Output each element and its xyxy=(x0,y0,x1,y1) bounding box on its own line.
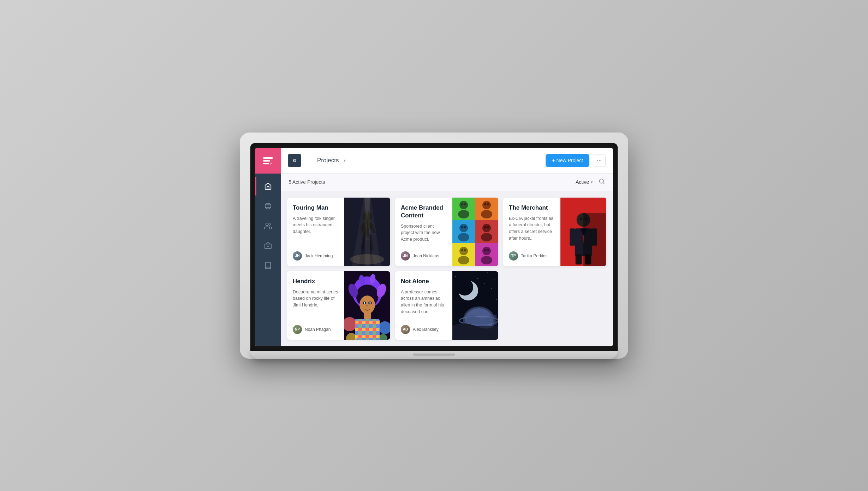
project-title: Hendrix xyxy=(293,277,339,285)
sidebar-item-users[interactable] xyxy=(255,217,281,235)
svg-point-43 xyxy=(459,247,468,255)
project-description: Ex-CIA jackal fronts as a funeral direct… xyxy=(509,215,555,246)
project-title: The Merchant xyxy=(509,204,555,212)
project-card-info: Not Alone A professor comes across an am… xyxy=(395,271,452,340)
svg-point-99 xyxy=(456,279,473,296)
author-name: Tarika Perkins xyxy=(521,253,547,258)
svg-point-34 xyxy=(458,233,469,241)
page-title: Projects xyxy=(317,157,339,164)
svg-point-38 xyxy=(482,224,491,232)
new-project-button[interactable]: + New Project xyxy=(546,154,589,167)
project-card-info: Touring Man A traveling folk singer meet… xyxy=(287,198,344,266)
svg-point-30 xyxy=(484,203,486,205)
projects-count-label: 5 Active Projects xyxy=(289,179,325,185)
author-avatar: AB xyxy=(401,325,410,334)
project-image-touring-man xyxy=(344,198,390,266)
brand-logo: G xyxy=(288,154,301,167)
sidebar-navigation xyxy=(255,174,281,275)
svg-point-51 xyxy=(487,249,489,251)
author-name: Alex Banksey xyxy=(413,327,439,332)
author-name: Jack Hemming xyxy=(305,253,333,258)
author-name: Noah Phagan xyxy=(305,327,331,332)
svg-point-93 xyxy=(484,283,484,284)
svg-point-49 xyxy=(481,256,492,264)
projects-grid: Touring Man A traveling folk singer meet… xyxy=(281,191,613,346)
project-description: Sponsored client project with the new Ac… xyxy=(401,223,447,246)
svg-point-88 xyxy=(477,277,477,278)
svg-point-89 xyxy=(487,273,488,273)
project-card-info: The Merchant Ex-CIA jackal fronts as a f… xyxy=(503,198,560,266)
more-options-button[interactable]: ··· xyxy=(593,154,606,167)
svg-point-35 xyxy=(461,226,463,228)
svg-point-41 xyxy=(487,226,489,228)
sidebar xyxy=(255,148,281,346)
svg-point-44 xyxy=(458,256,469,264)
project-card-hendrix[interactable]: Hendrix Docudrama mini-series based on r… xyxy=(287,271,390,340)
svg-point-50 xyxy=(484,249,486,251)
project-card-info: Hendrix Docudrama mini-series based on r… xyxy=(287,271,344,340)
svg-point-46 xyxy=(464,249,466,251)
svg-rect-1 xyxy=(263,160,270,162)
svg-rect-0 xyxy=(263,157,273,159)
project-author: JN Joan Nicklaus xyxy=(401,251,447,261)
sidebar-item-book[interactable] xyxy=(255,256,281,275)
svg-point-29 xyxy=(481,210,492,218)
svg-point-96 xyxy=(454,303,454,303)
svg-point-86 xyxy=(456,276,456,277)
author-avatar: NP xyxy=(293,325,302,334)
sidebar-logo[interactable] xyxy=(255,148,281,174)
sidebar-item-home[interactable] xyxy=(255,177,281,195)
status-filter[interactable]: Active ▾ xyxy=(576,179,593,185)
header-brand: G Projects ▾ xyxy=(288,154,346,167)
svg-point-90 xyxy=(494,280,495,280)
svg-rect-61 xyxy=(583,213,606,266)
svg-point-59 xyxy=(580,218,582,220)
svg-point-33 xyxy=(459,224,468,232)
filter-label: Active xyxy=(576,179,589,185)
filter-chevron-icon: ▾ xyxy=(591,180,593,185)
project-author: NP Noah Phagan xyxy=(293,325,339,334)
header-separator xyxy=(309,156,309,165)
project-image-not-alone xyxy=(452,271,498,340)
project-title: Acme Branded Content xyxy=(401,204,447,220)
svg-point-26 xyxy=(464,203,466,205)
svg-point-72 xyxy=(364,302,365,304)
svg-point-97 xyxy=(496,299,497,299)
project-title: Not Alone xyxy=(401,277,447,285)
svg-point-48 xyxy=(482,247,491,255)
project-description: A traveling folk singer meets his estran… xyxy=(293,215,339,246)
svg-point-31 xyxy=(487,203,489,205)
header: G Projects ▾ + New Project ··· xyxy=(281,148,613,174)
author-avatar: JH xyxy=(293,251,302,261)
search-button[interactable] xyxy=(599,178,605,186)
svg-rect-57 xyxy=(576,254,582,264)
svg-point-87 xyxy=(466,274,467,274)
subheader: 5 Active Projects Active ▾ xyxy=(281,174,613,191)
laptop-notch xyxy=(413,353,455,356)
svg-point-23 xyxy=(459,201,468,209)
project-card-not-alone[interactable]: Not Alone A professor comes across an am… xyxy=(395,271,498,340)
svg-point-36 xyxy=(464,226,466,228)
svg-point-5 xyxy=(266,223,268,225)
project-description: Docudrama mini-series based on rocky lif… xyxy=(293,289,339,320)
sidebar-item-grid[interactable] xyxy=(255,197,281,215)
svg-rect-76 xyxy=(355,319,380,340)
svg-point-40 xyxy=(484,226,486,228)
author-avatar: JN xyxy=(401,251,410,261)
sidebar-item-vip[interactable] xyxy=(255,236,281,255)
author-name: Joan Nicklaus xyxy=(413,253,439,258)
main-content: G Projects ▾ + New Project ··· 5 Active … xyxy=(281,148,613,346)
project-card-merchant[interactable]: The Merchant Ex-CIA jackal fronts as a f… xyxy=(503,198,606,266)
svg-point-45 xyxy=(461,249,463,251)
title-chevron-icon: ▾ xyxy=(344,158,346,163)
project-title: Touring Man xyxy=(293,204,339,212)
project-card-touring-man[interactable]: Touring Man A traveling folk singer meet… xyxy=(287,198,390,266)
project-author: TP Tarika Perkins xyxy=(509,251,555,261)
project-description: A professor comes across an amnesiac ali… xyxy=(401,289,447,320)
svg-line-10 xyxy=(603,182,604,183)
project-image-acme xyxy=(452,198,498,266)
project-image-hendrix xyxy=(344,271,390,340)
svg-rect-55 xyxy=(570,228,575,246)
svg-point-94 xyxy=(491,288,492,289)
project-card-acme[interactable]: Acme Branded Content Sponsored client pr… xyxy=(395,198,498,266)
